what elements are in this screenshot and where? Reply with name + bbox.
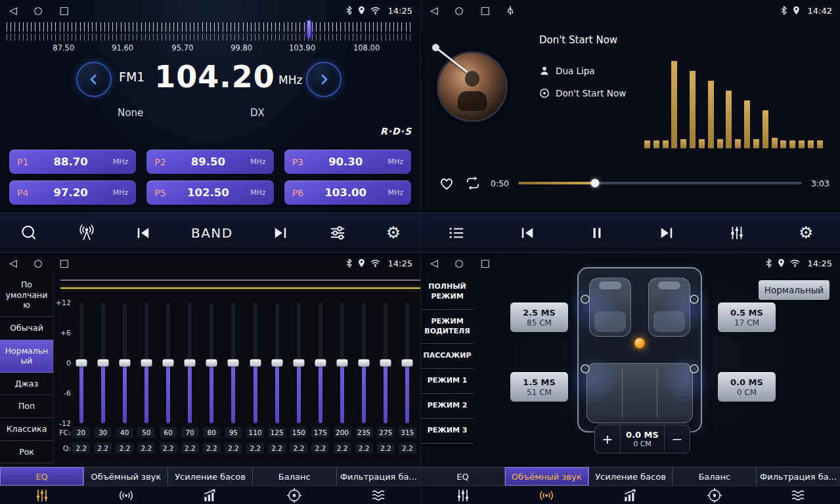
- eq-preset-item[interactable]: Обычай: [0, 317, 53, 340]
- slider-thumb[interactable]: [141, 360, 152, 367]
- delay-front-right-button[interactable]: 0.5 MS17 CM: [718, 303, 776, 332]
- nav-back-icon[interactable]: ◁: [430, 259, 438, 268]
- balance-icon[interactable]: [673, 486, 757, 504]
- tab-balance[interactable]: Баланс: [253, 467, 337, 486]
- nav-back-icon[interactable]: ◁: [9, 259, 17, 268]
- nav-recents-icon[interactable]: □: [481, 259, 490, 268]
- increase-delay-button[interactable]: +: [595, 425, 620, 453]
- frequency-scale[interactable]: 87.50 91.60 95.70 99.80 103.90 108.00: [7, 22, 414, 54]
- tab-balance[interactable]: Баланс: [673, 467, 757, 486]
- eq-band-slider[interactable]: [246, 303, 264, 423]
- tab-surround[interactable]: Объёмный звук: [505, 467, 589, 486]
- progress-knob[interactable]: [590, 179, 599, 188]
- eq-band-slider[interactable]: [377, 303, 395, 423]
- slider-thumb[interactable]: [250, 360, 261, 367]
- surround-mode-item[interactable]: РЕЖИМ 3: [421, 419, 474, 444]
- slider-thumb[interactable]: [271, 360, 282, 367]
- eq-band-slider[interactable]: [355, 303, 373, 423]
- tab-eq[interactable]: EQ: [0, 467, 84, 486]
- delay-front-left-button[interactable]: 2.5 MS85 CM: [510, 303, 568, 332]
- mixer-button[interactable]: [728, 224, 745, 242]
- nav-home-icon[interactable]: ○: [34, 6, 43, 16]
- eq-band-slider[interactable]: [137, 303, 155, 423]
- tune-down-button[interactable]: [76, 62, 112, 97]
- playlist-button[interactable]: [447, 224, 466, 242]
- slider-thumb[interactable]: [315, 360, 326, 367]
- nav-recents-icon[interactable]: □: [60, 6, 69, 16]
- filter-icon[interactable]: [336, 486, 420, 504]
- tune-up-button[interactable]: [306, 62, 342, 97]
- slider-thumb[interactable]: [206, 360, 217, 367]
- settings-button[interactable]: ⚙: [386, 224, 401, 241]
- progress-bar[interactable]: [518, 182, 802, 184]
- surround-mode-item[interactable]: РЕЖИМ 2: [421, 394, 474, 419]
- slider-thumb[interactable]: [337, 360, 348, 367]
- eq-preset-item[interactable]: Нормальный: [0, 340, 53, 373]
- slider-thumb[interactable]: [163, 360, 174, 367]
- preset-button-p3[interactable]: P390.30MHz: [284, 150, 411, 174]
- balance-icon[interactable]: [252, 486, 336, 504]
- delay-rear-left-button[interactable]: 1.5 MS51 CM: [510, 372, 568, 402]
- nav-recents-icon[interactable]: □: [60, 259, 69, 268]
- surround-icon[interactable]: [84, 486, 168, 504]
- decrease-delay-button[interactable]: −: [665, 425, 690, 453]
- slider-thumb[interactable]: [119, 360, 130, 367]
- favorite-button[interactable]: [438, 175, 455, 192]
- scan-button[interactable]: [20, 224, 38, 242]
- surround-mode-item[interactable]: ПОЛНЫЙ РЕЖИМ: [421, 275, 474, 310]
- tab-filter[interactable]: Фильтрация ба...: [757, 467, 840, 486]
- tab-eq[interactable]: EQ: [421, 467, 505, 486]
- filter-icon[interactable]: [756, 486, 840, 504]
- eq-icon[interactable]: [0, 486, 84, 504]
- bass-icon[interactable]: [588, 486, 673, 504]
- eq-band-slider[interactable]: [116, 303, 133, 423]
- tab-surround[interactable]: Объёмный звук: [84, 467, 168, 486]
- tuning-indicator[interactable]: [307, 20, 311, 38]
- bass-icon[interactable]: [168, 486, 252, 504]
- nav-back-icon[interactable]: ◁: [9, 6, 17, 16]
- eq-preset-item[interactable]: По умолчанию: [0, 274, 53, 317]
- nav-home-icon[interactable]: ○: [34, 259, 43, 268]
- eq-band-slider[interactable]: [203, 303, 221, 423]
- album-art[interactable]: [437, 51, 508, 122]
- tab-bass[interactable]: Усиление басов: [168, 467, 252, 486]
- nav-back-icon[interactable]: ◁: [430, 6, 438, 16]
- slider-thumb[interactable]: [402, 360, 413, 367]
- preset-button-p5[interactable]: P5102.50MHz: [146, 180, 273, 205]
- surround-mode-item[interactable]: РЕЖИМ ВОДИТЕЛЯ: [421, 310, 474, 345]
- eq-preset-item[interactable]: Поп: [0, 395, 53, 418]
- eq-band-slider[interactable]: [268, 303, 286, 423]
- slider-thumb[interactable]: [380, 360, 391, 367]
- slider-thumb[interactable]: [97, 360, 108, 367]
- nav-home-icon[interactable]: ○: [455, 6, 464, 16]
- nav-home-icon[interactable]: ○: [455, 259, 464, 268]
- eq-band-slider[interactable]: [399, 303, 416, 423]
- tab-filter[interactable]: Фильтрация ба...: [337, 467, 420, 486]
- eq-settings-button[interactable]: [328, 224, 347, 242]
- preset-button-p2[interactable]: P289.50MHz: [146, 150, 273, 174]
- eq-band-slider[interactable]: [290, 303, 307, 423]
- surround-icon[interactable]: [505, 486, 589, 504]
- eq-band-slider[interactable]: [181, 303, 199, 423]
- preset-button-p6[interactable]: P6103.00MHz: [284, 180, 411, 205]
- band-button[interactable]: BAND: [191, 225, 233, 241]
- listening-position-marker[interactable]: [634, 338, 645, 348]
- slider-thumb[interactable]: [228, 360, 239, 367]
- preset-button-p4[interactable]: P497.20MHz: [9, 180, 136, 205]
- surround-mode-item[interactable]: ПАССАЖИР: [421, 344, 474, 369]
- eq-preset-item[interactable]: Джаз: [0, 373, 53, 396]
- previous-station-button[interactable]: [135, 224, 152, 242]
- eq-band-slider[interactable]: [225, 303, 242, 423]
- slider-thumb[interactable]: [359, 360, 370, 367]
- repeat-button[interactable]: [464, 175, 481, 192]
- eq-preset-item[interactable]: Рок: [0, 441, 53, 464]
- slider-thumb[interactable]: [293, 360, 304, 367]
- surround-preset-button[interactable]: Нормальный: [759, 280, 829, 300]
- slider-thumb[interactable]: [185, 360, 196, 367]
- surround-mode-item[interactable]: РЕЖИМ 1: [421, 369, 474, 394]
- slider-thumb[interactable]: [76, 360, 87, 367]
- broadcast-button[interactable]: [77, 224, 96, 242]
- eq-band-slider[interactable]: [160, 303, 177, 423]
- eq-band-slider[interactable]: [334, 303, 351, 423]
- eq-band-slider[interactable]: [94, 303, 112, 423]
